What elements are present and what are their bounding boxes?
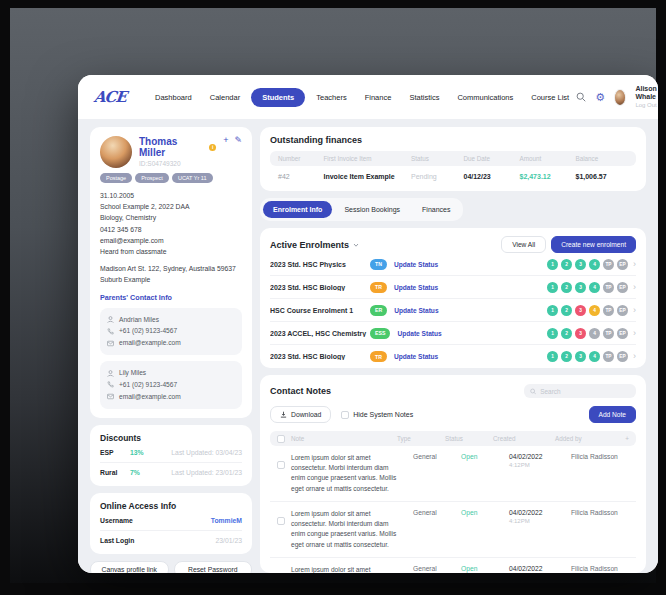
enrolment-row[interactable]: 2023 Std. HSC Biology TR Update Status 1… bbox=[270, 345, 636, 368]
hide-system-notes-toggle[interactable]: Hide System Notes bbox=[341, 411, 413, 419]
search-icon[interactable] bbox=[576, 91, 586, 103]
step-circle[interactable]: 2 bbox=[561, 305, 572, 316]
student-profile-card: Thomas Miller i ID:S04749320 + ✎ Postage… bbox=[90, 127, 252, 418]
step-circle[interactable]: EP bbox=[617, 305, 628, 316]
step-circle[interactable]: 1 bbox=[547, 259, 558, 270]
checkbox[interactable] bbox=[341, 411, 349, 419]
tab-enrolment-info[interactable]: Enrolment Info bbox=[263, 201, 332, 218]
reset-password-button[interactable]: Reset Password bbox=[174, 561, 253, 573]
enrolment-row[interactable]: 2023 Std. HSC Biology TR Update Status 1… bbox=[270, 276, 636, 299]
enrolment-badge: TR bbox=[370, 282, 387, 293]
step-circle[interactable]: 1 bbox=[547, 351, 558, 362]
search-icon bbox=[530, 388, 536, 395]
step-circle[interactable]: 2 bbox=[561, 282, 572, 293]
update-status-link[interactable]: Update Status bbox=[397, 330, 441, 337]
step-circle[interactable]: 2 bbox=[561, 259, 572, 270]
update-status-link[interactable]: Update Status bbox=[394, 353, 438, 360]
nav-statistics[interactable]: Statistics bbox=[402, 88, 446, 107]
step-circle[interactable]: 3 bbox=[575, 259, 586, 270]
enrolment-steps: 1 2 3 4 TP EP bbox=[544, 259, 628, 270]
canvas-profile-link-button[interactable]: Canvas profile link bbox=[90, 561, 169, 573]
nav-course-list[interactable]: Course List bbox=[524, 88, 576, 107]
step-circle[interactable]: EP bbox=[617, 351, 628, 362]
step-circle[interactable]: 4 bbox=[589, 305, 600, 316]
discount-updated: Last Updated: 03/04/23 bbox=[171, 449, 242, 456]
notes-search-box[interactable] bbox=[524, 384, 636, 398]
student-email: email@example.com bbox=[100, 235, 242, 246]
tab-session-bookings[interactable]: Session Bookings bbox=[334, 201, 410, 218]
select-all-checkbox[interactable] bbox=[277, 435, 285, 443]
step-circle[interactable]: TP bbox=[603, 351, 614, 362]
parent-phone: +61 (02) 9123-4567 bbox=[119, 379, 177, 391]
step-circle[interactable]: 4 bbox=[589, 259, 600, 270]
gear-icon[interactable]: ⚙ bbox=[595, 91, 605, 103]
hide-system-notes-label: Hide System Notes bbox=[353, 411, 413, 418]
chevron-right-icon[interactable]: › bbox=[633, 260, 636, 269]
step-circle[interactable]: 1 bbox=[547, 328, 558, 339]
step-circle[interactable]: EP bbox=[617, 259, 628, 270]
step-circle[interactable]: 2 bbox=[561, 351, 572, 362]
user-avatar[interactable] bbox=[614, 89, 626, 106]
chevron-right-icon[interactable]: › bbox=[633, 283, 636, 292]
add-icon[interactable]: + bbox=[223, 136, 228, 145]
last-login-row: Last Login 23/01/23 bbox=[100, 531, 242, 546]
nav-dashboard[interactable]: Dashboard bbox=[148, 88, 199, 107]
step-circle[interactable]: 3 bbox=[575, 351, 586, 362]
nav-students[interactable]: Students bbox=[251, 88, 305, 107]
enrolment-row[interactable]: 2023 ACCEL, HSC Chemistry ESS Update Sta… bbox=[270, 322, 636, 345]
step-circle[interactable]: 4 bbox=[589, 282, 600, 293]
note-row[interactable]: Lorem ipsum dolor sit amet consectetur. … bbox=[270, 558, 636, 573]
chevron-right-icon[interactable]: › bbox=[633, 352, 636, 361]
nav-calendar[interactable]: Calendar bbox=[203, 88, 247, 107]
nav-communications[interactable]: Communications bbox=[450, 88, 520, 107]
parents-contact-link[interactable]: Parents' Contact Info bbox=[100, 293, 242, 302]
add-column-icon[interactable]: + bbox=[619, 435, 629, 442]
step-circle[interactable]: 4 bbox=[589, 351, 600, 362]
note-row[interactable]: Lorem ipsum dolor sit amet consectetur. … bbox=[270, 502, 636, 558]
edit-pencil-icon[interactable]: ✎ bbox=[234, 136, 242, 145]
enrolment-row[interactable]: 2023 Std. HSC Physics TN Update Status 1… bbox=[270, 253, 636, 276]
online-access-card: Online Access Info Username TommieM Last… bbox=[90, 493, 252, 554]
update-status-link[interactable]: Update Status bbox=[394, 261, 438, 268]
step-circle[interactable]: TP bbox=[603, 282, 614, 293]
step-circle[interactable]: 1 bbox=[547, 305, 558, 316]
student-name: Thomas Miller bbox=[139, 136, 205, 158]
update-status-link[interactable]: Update Status bbox=[394, 307, 438, 314]
step-circle[interactable]: TP bbox=[603, 259, 614, 270]
tab-finances[interactable]: Finances bbox=[412, 201, 460, 218]
step-circle[interactable]: EP bbox=[617, 282, 628, 293]
update-status-link[interactable]: Update Status bbox=[394, 284, 438, 291]
nav-finance[interactable]: Finance bbox=[358, 88, 399, 107]
step-circle[interactable]: 3 bbox=[575, 328, 586, 339]
notes-search-input[interactable] bbox=[540, 388, 630, 395]
step-circle[interactable]: 1 bbox=[547, 282, 558, 293]
phone-icon bbox=[107, 328, 114, 335]
info-icon[interactable]: i bbox=[209, 144, 216, 151]
parent-name: Andrian Miles bbox=[119, 314, 159, 326]
add-note-button[interactable]: Add Note bbox=[589, 406, 637, 423]
step-circle[interactable]: 4 bbox=[589, 328, 600, 339]
create-enrolment-button[interactable]: Create new enrolment bbox=[551, 236, 636, 253]
parent-phone-row: +61 (02) 9123-4567 bbox=[107, 325, 235, 337]
step-circle[interactable]: 3 bbox=[575, 305, 586, 316]
view-all-button[interactable]: View All bbox=[501, 236, 546, 253]
person-icon bbox=[107, 370, 114, 377]
note-row[interactable]: Lorem ipsum dolor sit amet consectetur. … bbox=[270, 446, 636, 502]
note-checkbox[interactable] bbox=[277, 517, 285, 525]
invoice-row[interactable]: #42 Invoice Item Example Pending 04/12/2… bbox=[270, 166, 636, 182]
note-checkbox[interactable] bbox=[277, 461, 285, 469]
step-circle[interactable]: TP bbox=[603, 305, 614, 316]
logout-link[interactable]: Log Out bbox=[635, 102, 658, 110]
col-due-date: Due Date bbox=[464, 155, 520, 162]
chevron-right-icon[interactable]: › bbox=[633, 329, 636, 338]
step-circle[interactable]: TP bbox=[603, 328, 614, 339]
address-line-1: Madison Art St. 122, Sydney, Australia 5… bbox=[100, 263, 242, 274]
enrolment-row[interactable]: HSC Course Enrolment 1 ER Update Status … bbox=[270, 299, 636, 322]
step-circle[interactable]: EP bbox=[617, 328, 628, 339]
step-circle[interactable]: 3 bbox=[575, 282, 586, 293]
username-value[interactable]: TommieM bbox=[211, 517, 242, 524]
nav-teachers[interactable]: Teachers bbox=[309, 88, 353, 107]
step-circle[interactable]: 2 bbox=[561, 328, 572, 339]
chevron-right-icon[interactable]: › bbox=[633, 306, 636, 315]
download-button[interactable]: Download bbox=[270, 406, 331, 423]
